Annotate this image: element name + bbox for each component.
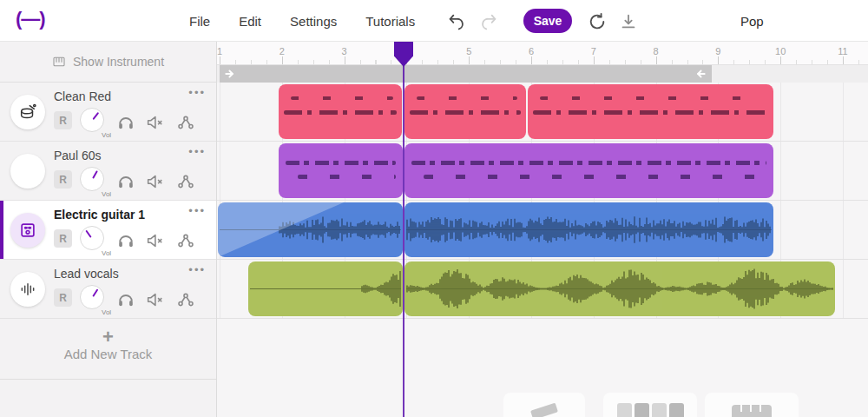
scroll-left-arrow-icon[interactable] <box>694 68 707 80</box>
version-history-icon[interactable] <box>588 12 607 31</box>
midi-clip[interactable] <box>279 143 403 198</box>
headphones-icon[interactable] <box>116 172 135 191</box>
save-button[interactable]: Save <box>523 9 572 33</box>
ruler-bar-label: 9 <box>715 46 720 56</box>
volume-knob[interactable] <box>80 226 104 250</box>
headphones-icon[interactable] <box>116 113 135 132</box>
ruler-bar-label: 10 <box>775 46 786 56</box>
scroll-strip[interactable] <box>217 65 868 83</box>
redo-icon[interactable] <box>479 12 498 31</box>
headphones-icon[interactable] <box>116 231 135 250</box>
ruler-bar-label: 3 <box>342 46 347 56</box>
record-arm-button[interactable]: R <box>54 170 72 189</box>
volume-knob[interactable] <box>80 167 104 191</box>
mute-icon[interactable] <box>145 290 164 309</box>
audio-clip[interactable] <box>248 261 403 316</box>
midi-clip[interactable] <box>404 84 526 139</box>
vol-label: Vol <box>102 249 111 257</box>
genre-label[interactable]: Pop <box>740 14 764 29</box>
playhead-line <box>403 41 404 417</box>
show-instrument-label: Show Instrument <box>73 55 164 69</box>
track-sidebar: Show Instrument Clean Red ••• R Vol <box>0 42 217 417</box>
volume-knob[interactable] <box>80 285 104 309</box>
guitar-amp-icon[interactable] <box>10 213 45 248</box>
add-new-track-label: Add New Track <box>64 347 153 361</box>
ruler-bar-label: 11 <box>838 46 847 56</box>
track-row-paul-60s[interactable]: Paul 60s ••• R Vol <box>0 142 216 201</box>
more-options-dots[interactable]: ••• <box>188 145 206 158</box>
main-menu: File Edit Settings Tutorials <box>189 14 415 29</box>
instrument-card-drum-pads[interactable] <box>603 393 697 417</box>
track-row-lead-vocals[interactable]: Lead vocals ••• R Vol <box>0 260 216 319</box>
volume-knob[interactable] <box>80 108 104 132</box>
drum-kit-icon[interactable] <box>10 95 45 129</box>
menu-edit[interactable]: Edit <box>239 14 261 29</box>
menu-file[interactable]: File <box>189 14 210 29</box>
midi-clip[interactable] <box>404 143 773 198</box>
instrument-card-guitar[interactable] <box>503 393 585 417</box>
ruler-bar-label: 2 <box>279 46 285 56</box>
keyboard-icon <box>732 405 772 417</box>
instrument-card-keyboard[interactable] <box>705 393 799 417</box>
more-options-dots[interactable]: ••• <box>188 86 206 99</box>
ruler-major-ticks <box>217 56 868 64</box>
more-options-dots[interactable]: ••• <box>188 263 206 276</box>
audio-clip[interactable] <box>218 202 403 257</box>
record-arm-button[interactable]: R <box>54 111 72 129</box>
timeline: 1234567891011 <box>217 42 868 417</box>
lane-electric-guitar[interactable] <box>217 201 868 260</box>
undo-icon[interactable] <box>447 12 466 31</box>
headphones-icon[interactable] <box>116 290 135 309</box>
ruler-bar-label: 8 <box>654 46 659 56</box>
record-arm-button[interactable]: R <box>54 229 72 248</box>
ruler-bar-label: 5 <box>466 46 471 56</box>
track-row-clean-red[interactable]: Clean Red ••• R Vol <box>0 83 216 142</box>
plus-icon: + <box>0 319 216 347</box>
horizontal-scrollbar[interactable] <box>220 65 712 83</box>
lane-lead-vocals[interactable] <box>217 260 868 319</box>
ruler-bar-label: 1 <box>217 46 222 56</box>
show-instrument-toggle[interactable]: Show Instrument <box>0 42 216 83</box>
track-row-electric-guitar[interactable]: Electric guitar 1 ••• R Vol <box>0 201 216 260</box>
guitar-pick-icon <box>530 403 558 417</box>
midi-clip[interactable] <box>528 84 773 139</box>
workspace: 1234567891011 <box>0 42 868 417</box>
automation-icon[interactable] <box>176 290 195 309</box>
automation-icon[interactable] <box>176 231 195 250</box>
vol-label: Vol <box>102 308 111 316</box>
drum-pads-icon <box>617 403 684 417</box>
lane-paul-60s[interactable] <box>217 142 868 201</box>
audio-clip[interactable] <box>404 202 773 257</box>
scroll-right-arrow-icon[interactable] <box>224 68 236 80</box>
add-new-track-button[interactable]: + Add New Track <box>0 319 216 380</box>
vocal-waveform-icon[interactable] <box>10 272 45 307</box>
track-name[interactable]: Lead vocals <box>54 267 119 281</box>
vol-label: Vol <box>102 190 111 198</box>
record-arm-button[interactable]: R <box>54 288 72 307</box>
top-bar: (—) File Edit Settings Tutorials Save Po… <box>0 0 868 42</box>
download-icon[interactable] <box>619 12 638 31</box>
mute-icon[interactable] <box>145 231 164 250</box>
track-name[interactable]: Clean Red <box>54 89 111 103</box>
menu-settings[interactable]: Settings <box>290 14 337 29</box>
instrument-avatar-blank[interactable] <box>10 154 45 189</box>
mute-icon[interactable] <box>145 172 164 191</box>
ruler[interactable]: 1234567891011 <box>217 42 868 65</box>
ruler-bar-label: 7 <box>591 46 596 56</box>
menu-tutorials[interactable]: Tutorials <box>365 14 415 29</box>
track-name[interactable]: Paul 60s <box>54 149 101 162</box>
bottom-panel <box>217 319 868 417</box>
piano-keyboard-icon <box>52 55 66 69</box>
app-logo[interactable]: (—) <box>16 8 45 30</box>
mute-icon[interactable] <box>145 113 164 132</box>
lane-clean-red[interactable] <box>217 83 868 142</box>
midi-clip[interactable] <box>279 84 402 139</box>
track-lanes <box>217 83 868 319</box>
more-options-dots[interactable]: ••• <box>188 204 206 217</box>
track-name[interactable]: Electric guitar 1 <box>54 208 145 222</box>
vol-label: Vol <box>102 131 111 139</box>
audio-clip[interactable] <box>404 261 835 316</box>
automation-icon[interactable] <box>176 113 195 132</box>
ruler-bar-label: 6 <box>529 46 534 56</box>
automation-icon[interactable] <box>176 172 195 191</box>
